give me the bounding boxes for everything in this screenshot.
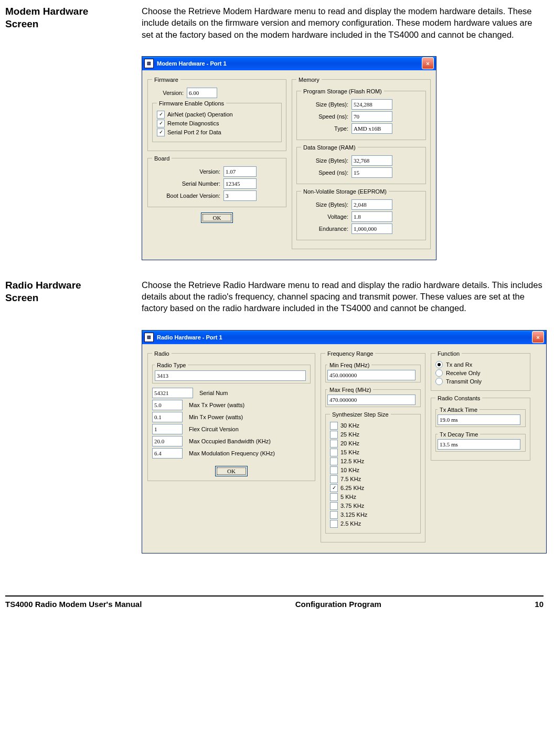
ok-button[interactable]: OK — [215, 466, 248, 476]
eeprom-legend: Non-Volatile Storage (EEPROM) — [301, 188, 389, 195]
step-3.75khz[interactable]: 3.75 KHz — [330, 502, 416, 510]
close-icon[interactable]: × — [532, 331, 544, 343]
chk-airnet[interactable]: ✓AirNet (packet) Operation — [157, 111, 277, 119]
constants-legend: Radio Constants — [435, 395, 482, 401]
step-5khz[interactable]: 5 KHz — [330, 493, 416, 501]
radio-type-legend: Radio Type — [155, 362, 188, 368]
function-legend: Function — [435, 350, 462, 357]
modem-titlebar[interactable]: ▧ Modem Hardware - Port 1 × — [142, 57, 436, 70]
step-30khz[interactable]: 30 KHz — [330, 422, 416, 430]
step-25khz[interactable]: 25 KHz — [330, 431, 416, 439]
radio-maxtx-field[interactable]: 5.0 — [152, 400, 183, 410]
radio-serial-field[interactable]: 54321 — [152, 388, 193, 398]
board-boot-label: Boot Loader Version: — [152, 193, 223, 199]
radio-tx[interactable]: Transmit Only — [435, 378, 526, 385]
eeprom-end-field[interactable]: 1,000,000 — [351, 223, 392, 234]
radio-group: Radio Radio Type 3413 54321Serial Num 5.… — [147, 350, 315, 481]
decay-field[interactable]: 13.5 ms — [438, 439, 520, 450]
eeprom-volt-field[interactable]: 1.8 — [351, 211, 392, 222]
chk-remote[interactable]: ✓Remote Diagnostics — [157, 120, 277, 127]
radio-maxtx-label: Max Tx Power (watts) — [183, 402, 244, 408]
radio-title: Radio Hardware - Port 1 — [157, 334, 532, 340]
radio-occbw-label: Max Occupied Bandwidth (KHz) — [183, 438, 271, 444]
radio-description: Choose the Retrieve Radio Hardware menu … — [142, 279, 544, 314]
board-boot-field[interactable]: 3 — [223, 190, 257, 201]
step-2.5khz[interactable]: 2.5 KHz — [330, 520, 416, 528]
step-20khz[interactable]: 20 KHz — [330, 440, 416, 448]
footer-left: TS4000 Radio Modem User's Manual — [5, 600, 142, 609]
ram-size-label: Size (Bytes): — [301, 157, 351, 164]
decay-group: Tx Decay Time 13.5 ms — [435, 431, 526, 452]
radio-flex-field[interactable]: 1 — [152, 424, 183, 434]
modem-title: Modem Hardware - Port 1 — [157, 60, 422, 67]
flash-legend: Program Storage (Flash ROM) — [301, 88, 384, 94]
board-serial-label: Serial Number: — [152, 180, 223, 187]
max-freq-field[interactable]: 470.000000 — [327, 395, 416, 405]
min-freq-field[interactable]: 450.000000 — [327, 370, 416, 380]
flash-size-label: Size (Bytes): — [301, 101, 351, 108]
function-group: Function Tx and Rx Receive Only Transmit… — [431, 350, 530, 391]
step-7.5khz[interactable]: 7.5 KHz — [330, 475, 416, 483]
radio-txrx[interactable]: Tx and Rx — [435, 361, 526, 368]
board-version-label: Version: — [152, 168, 223, 175]
modem-heading: Modem Hardware Screen — [5, 5, 142, 30]
ok-button[interactable]: OK — [201, 212, 233, 223]
flash-speed-field[interactable]: 70 — [351, 111, 392, 122]
radio-legend: Radio — [152, 350, 172, 357]
max-freq-group: Max Freq (MHz) 470.000000 — [325, 387, 421, 407]
chk-serial[interactable]: ✓Serial Port 2 for Data — [157, 129, 277, 136]
ram-size-field[interactable]: 32,768 — [351, 155, 392, 166]
flash-group: Program Storage (Flash ROM) Size (Bytes)… — [296, 88, 426, 140]
step-12.5khz[interactable]: 12.5 KHz — [330, 457, 416, 465]
fw-version-field[interactable]: 6.00 — [187, 88, 217, 98]
step-size-group: Synthesizer Step Size 30 KHz25 KHz20 KHz… — [325, 411, 421, 534]
close-icon[interactable]: × — [422, 57, 434, 69]
eeprom-volt-label: Voltage: — [301, 214, 351, 220]
firmware-legend: Firmware — [152, 77, 180, 83]
radio-rx[interactable]: Receive Only — [435, 369, 526, 377]
radio-mintx-field[interactable]: 0.1 — [152, 412, 183, 422]
constants-group: Radio Constants Tx Attack Time 19.0 ms T… — [431, 395, 530, 461]
decay-legend: Tx Decay Time — [438, 431, 480, 438]
step-size-legend: Synthesizer Step Size — [330, 411, 391, 418]
step-15khz[interactable]: 15 KHz — [330, 449, 416, 456]
attack-field[interactable]: 19.0 ms — [438, 414, 520, 425]
ram-speed-label: Speed (ns): — [301, 169, 351, 176]
ram-speed-field[interactable]: 15 — [351, 167, 392, 178]
eeprom-end-label: Endurance: — [301, 226, 351, 232]
radio-titlebar[interactable]: ▧ Radio Hardware - Port 1 × — [142, 331, 546, 344]
flash-type-field[interactable]: AMD x16B — [351, 123, 392, 134]
radio-mod-field[interactable]: 6.4 — [152, 448, 183, 459]
fw-version-label: Version: — [152, 90, 187, 96]
flash-type-label: Type: — [301, 125, 351, 132]
radio-hardware-dialog: ▧ Radio Hardware - Port 1 × Radio Radio … — [142, 330, 547, 553]
memory-group: Memory Program Storage (Flash ROM) Size … — [292, 77, 431, 249]
radio-type-field[interactable]: 3413 — [155, 370, 306, 381]
app-icon: ▧ — [144, 333, 154, 342]
eeprom-size-label: Size (Bytes): — [301, 201, 351, 208]
flash-size-field[interactable]: 524,288 — [351, 99, 392, 110]
radio-flex-label: Flex Circuit Version — [183, 426, 239, 432]
board-serial-field[interactable]: 12345 — [223, 178, 257, 189]
memory-legend: Memory — [296, 77, 322, 83]
flash-speed-label: Speed (ns): — [301, 113, 351, 120]
ram-group: Data Storage (RAM) Size (Bytes):32,768 S… — [296, 144, 426, 184]
board-version-field[interactable]: 1.07 — [223, 166, 257, 177]
step-10khz[interactable]: 10 KHz — [330, 466, 416, 474]
fw-enable-legend: Firmware Enable Options — [157, 100, 226, 107]
step-6.25khz[interactable]: ✓6.25 KHz — [330, 484, 416, 492]
modem-hardware-dialog: ▧ Modem Hardware - Port 1 × Firmware Ver… — [142, 56, 436, 260]
radio-type-group: Radio Type 3413 — [152, 362, 311, 384]
step-3.125khz[interactable]: 3.125 KHz — [330, 511, 416, 519]
radio-heading: Radio Hardware Screen — [5, 279, 142, 304]
firmware-group: Firmware Version: 6.00 Firmware Enable O… — [147, 77, 286, 151]
radio-mintx-label: Min Tx Power (watts) — [183, 414, 243, 420]
footer-center: Configuration Program — [295, 600, 381, 609]
radio-occbw-field[interactable]: 20.0 — [152, 436, 183, 446]
freq-range-group: Frequency Range Min Freq (MHz) 450.00000… — [321, 350, 425, 542]
ram-legend: Data Storage (RAM) — [301, 144, 358, 151]
eeprom-size-field[interactable]: 2,048 — [351, 199, 392, 210]
app-icon: ▧ — [144, 59, 154, 68]
min-freq-legend: Min Freq (MHz) — [327, 362, 371, 368]
attack-group: Tx Attack Time 19.0 ms — [435, 407, 526, 427]
